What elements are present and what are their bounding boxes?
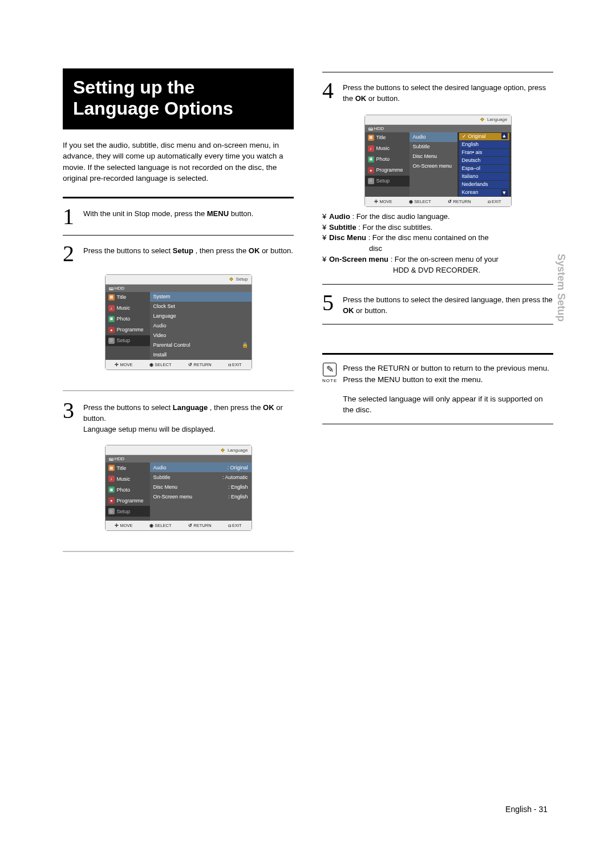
step-5: 5 Press the buttons to select the desire…: [322, 293, 553, 317]
setup-icon: ✿: [108, 508, 115, 514]
rule: [63, 390, 294, 391]
setup-icon: ✿: [108, 338, 115, 344]
rule: [322, 424, 553, 424]
rule: [322, 72, 553, 72]
definition-list: ¥Audio : For the disc audio language. ¥S…: [322, 212, 553, 276]
title-icon: ▦: [108, 465, 115, 471]
step-1: 1 With the unit in Stop mode, press the …: [63, 206, 294, 227]
rule: [63, 551, 294, 552]
title-text: Setting up the Language Options: [73, 77, 283, 119]
title-icon: ▦: [108, 294, 115, 301]
osd-language-menu: ❖Language 🖴 HDD ▦Title ♪Music ▣Photo ●Pr…: [105, 445, 252, 531]
step-number: 2: [63, 244, 78, 264]
step-3: 3 Press the buttons to select Language ,…: [63, 400, 294, 435]
rule: [322, 324, 553, 324]
osd-setup-menu: ❖Setup 🖴 HDD ▦Title ♪Music ▣Photo ●Progr…: [105, 274, 252, 370]
rule: [322, 284, 553, 285]
programme-icon: ●: [368, 167, 374, 173]
programme-icon: ●: [108, 327, 115, 333]
page-title: Setting up the Language Options: [63, 68, 294, 129]
programme-icon: ●: [108, 497, 115, 504]
title-icon: ▦: [368, 135, 374, 141]
lock-icon: 🔒: [242, 342, 248, 348]
music-icon: ♪: [368, 145, 374, 152]
music-icon: ♪: [108, 476, 115, 482]
osd-language-dropdown: ❖Language 🖴 HDD ▦Title ♪Music ▣Photo ●Pr…: [364, 115, 512, 207]
note-icon: ✎: [323, 363, 337, 376]
step-number: 1: [63, 206, 78, 227]
scroll-down-icon: ▼: [501, 190, 508, 196]
scroll-up-icon: ▲: [501, 133, 508, 139]
step-2: 2 Press the buttons to select Setup , th…: [63, 244, 294, 264]
note-block: ✎ NOTE Press the RETURN or button to ret…: [322, 363, 553, 415]
photo-icon: ▣: [108, 486, 115, 493]
step-number: 4: [322, 80, 337, 104]
note-label: NOTE: [322, 378, 337, 384]
step-number: 5: [322, 293, 337, 317]
section-tab: System Setup: [555, 254, 567, 322]
rule: [63, 235, 294, 236]
photo-icon: ▣: [108, 316, 115, 322]
intro-paragraph: If you set the audio, subtitle, disc men…: [63, 140, 294, 184]
rule: [63, 197, 294, 198]
photo-icon: ▣: [368, 156, 374, 163]
music-icon: ♪: [108, 305, 115, 311]
step-4: 4 Press the buttons to select the desire…: [322, 80, 553, 104]
step-number: 3: [63, 400, 78, 435]
rule: [322, 353, 553, 355]
page-footer: English - 31: [505, 805, 548, 814]
setup-icon: ✿: [368, 178, 374, 184]
